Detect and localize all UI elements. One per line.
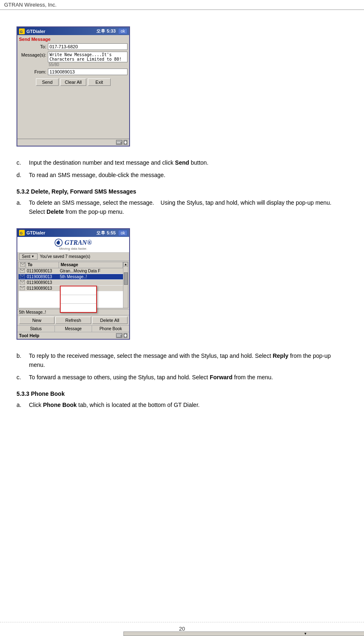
titlebar-left-2: G GTDialer: [19, 230, 45, 236]
page-footer: 20: [0, 622, 364, 632]
item-c-letter: c.: [17, 158, 29, 167]
envelope-icon-1: [20, 269, 25, 273]
messages-row: Message(s): Write New Message....It's Ch…: [19, 52, 128, 67]
screenshot-sms-list: G GTDialer 오후 5:55 ok: [17, 228, 130, 340]
svg-rect-4: [118, 141, 119, 142]
app-name-2: GTDialer: [26, 230, 45, 235]
screenshot-send-message: G GTDialer 오후 5:33 ok Send Message To:: [17, 26, 130, 147]
header-message-col: Message: [59, 262, 123, 268]
scroll-thumb[interactable]: [124, 272, 128, 285]
clear-all-button[interactable]: Clear All: [60, 78, 86, 86]
to-row: To:: [19, 43, 128, 50]
vertical-scrollbar[interactable]: ▲ ▼: [123, 262, 128, 308]
row-to-4: 01190089013: [26, 286, 59, 291]
doc-item-a1: a. To delete an SMS message, select the …: [17, 198, 347, 217]
send-button-row: Send Clear All Exit: [19, 77, 128, 87]
gtdialer-window-1: G GTDialer 오후 5:33 ok Send Message To:: [17, 26, 130, 147]
row-text-2: 5th Message..!: [59, 274, 123, 279]
message-textarea[interactable]: Write New Message....It's Characters are…: [48, 52, 128, 62]
doc-item-d: d. To read an SMS message, double-click …: [17, 170, 347, 180]
envelope-icon-2: [20, 274, 25, 279]
delete-menu-item[interactable]: Delete: [61, 303, 96, 312]
statusbar-icons: [116, 140, 128, 145]
envelope-icon-header: [20, 262, 25, 267]
tab-message[interactable]: Message: [55, 326, 92, 332]
page-content: G GTDialer 오후 5:33 ok Send Message To:: [0, 10, 364, 421]
empty-area: [19, 87, 128, 137]
send-message-content: Send Message To: Message(s): Write New M…: [17, 35, 129, 139]
logo-text-row: GTRAN®: [54, 239, 92, 247]
titlebar-2: G GTDialer 오후 5:55 ok: [17, 229, 129, 237]
gtran-logo-text: GTRAN®: [64, 239, 92, 246]
from-label: From:: [19, 69, 48, 74]
message-list-area: To Message 01190089013 Gtran.: [18, 262, 128, 308]
titlebar-1: G GTDialer 오후 5:33 ok: [17, 27, 129, 35]
scroll-up-arrow[interactable]: ▲: [123, 262, 128, 267]
doc-item-c: c. Input the destination number and text…: [17, 158, 347, 167]
svg-rect-20: [117, 334, 118, 335]
list-header-row: To Message: [19, 262, 123, 268]
sent-label: Sent: [22, 254, 31, 259]
delete-all-button[interactable]: Delete All: [92, 317, 128, 324]
gtran-tagline: Moving data faster.: [54, 247, 92, 251]
context-menu: Reply Forward Delete: [60, 286, 97, 313]
svg-rect-21: [118, 334, 119, 335]
table-row: 01190089013 Gtran...Moving Data F: [19, 268, 123, 274]
exit-button[interactable]: Exit: [88, 78, 111, 86]
gtdialer-window-2: G GTDialer 오후 5:55 ok: [17, 228, 130, 340]
item-d-text: To read an SMS message, double-click the…: [29, 170, 347, 180]
refresh-button[interactable]: Refresh: [55, 317, 91, 324]
scroll-down-arrow[interactable]: ▼: [123, 631, 364, 636]
titlebar-right-2: 오후 5:55 ok: [96, 230, 128, 236]
item-c2-text: To forward a message to others, using th…: [29, 373, 347, 382]
svg-text:G: G: [20, 30, 23, 34]
tab-status[interactable]: Status: [17, 326, 55, 332]
item-c2-letter: c.: [17, 373, 29, 382]
svg-rect-6: [121, 141, 121, 142]
ok-button-1[interactable]: ok: [118, 28, 128, 34]
reply-menu-item[interactable]: Reply: [61, 286, 96, 295]
svg-rect-3: [117, 141, 118, 142]
scroll-icon-2: [123, 333, 128, 338]
tool-help-icons: [116, 333, 128, 338]
doc-item-a3: a. Click Phone Book tab, which is locate…: [17, 400, 347, 409]
new-button[interactable]: New: [19, 317, 54, 324]
dropdown-arrow-icon: ▼: [31, 255, 35, 258]
logo-area: GTRAN® Moving data faster.: [54, 239, 92, 251]
saved-message-bar: You've saved 7 message(s): [38, 254, 128, 259]
keyboard-icon: [116, 140, 123, 145]
page-header: GTRAN Wireless, Inc.: [0, 0, 364, 10]
row-icon-4: [19, 286, 26, 290]
gtran-logo-icon: [54, 239, 63, 247]
sent-dropdown-btn[interactable]: Sent ▼: [19, 253, 38, 260]
envelope-icon-4: [20, 286, 25, 290]
row-text-1: Gtran...Moving Data F: [59, 269, 123, 273]
messages-label: Message(s):: [19, 52, 48, 57]
send-button[interactable]: Send: [36, 78, 59, 86]
list-inner: To Message 01190089013 Gtran.: [19, 262, 123, 308]
ok-button-2[interactable]: ok: [118, 230, 128, 236]
item-b2-letter: b.: [17, 351, 29, 370]
item-b2-text: To reply to the received message, select…: [29, 351, 347, 370]
message-input-area: Write New Message....It's Characters are…: [48, 52, 128, 67]
to-input[interactable]: [48, 43, 128, 50]
tool-help-bar: Tool Help: [17, 332, 129, 339]
app-icon-1: G: [19, 28, 25, 34]
company-name: GTRAN Wireless, Inc.: [4, 2, 57, 8]
send-message-title: Send Message: [19, 37, 128, 42]
section-533-heading: 5.3.3 Phone Book: [17, 390, 347, 397]
row-icon-2: [19, 274, 26, 279]
from-input[interactable]: [48, 69, 128, 75]
svg-rect-23: [121, 334, 121, 335]
char-count: 55/80: [49, 62, 128, 67]
forward-menu-item[interactable]: Forward: [61, 295, 96, 303]
item-d-letter: d.: [17, 170, 29, 180]
svg-rect-5: [119, 141, 120, 142]
tab-bar: Status Message Phone Book: [17, 325, 129, 332]
tab-phone-book[interactable]: Phone Book: [92, 326, 129, 332]
from-row: From:: [19, 69, 128, 75]
row-to-2: 01190089013: [26, 274, 59, 279]
page-number: 20: [179, 626, 185, 632]
header-to-col: To: [26, 262, 59, 268]
row-to-3: 01190089013: [26, 280, 59, 285]
